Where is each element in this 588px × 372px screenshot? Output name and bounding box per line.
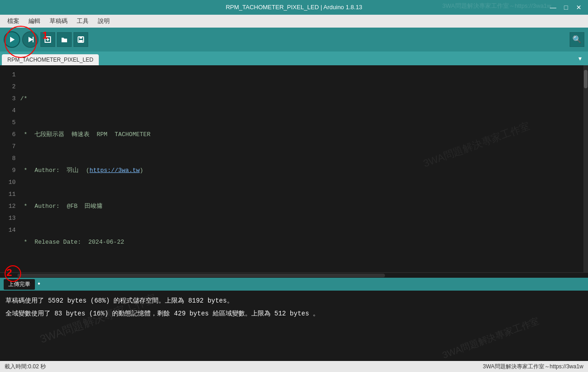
console-area: 草稿碼使用了 5592 bytes (68%) 的程式儲存空間。上限為 8192… xyxy=(0,291,588,327)
upload-complete-button[interactable]: 上傳完畢 xyxy=(4,279,35,290)
bottom-bar-right: 3WA問題解決專家工作室～https://3wa1w xyxy=(483,363,583,371)
menu-bar: 檔案 編輯 草稿碼 工具 說明 xyxy=(0,15,588,28)
author-link[interactable]: https://3wa.tw xyxy=(90,167,140,174)
code-line-2: * 七段顯示器 轉速表 RPM TACHOMETER xyxy=(20,129,581,141)
menu-sketch[interactable]: 草稿碼 xyxy=(46,16,71,26)
upload-button[interactable] xyxy=(22,31,39,48)
tab-dropdown[interactable]: ▾ xyxy=(574,52,586,65)
line-num: 10 xyxy=(2,177,16,189)
svg-marker-0 xyxy=(10,37,15,42)
code-line-1: /* xyxy=(20,93,581,105)
console-line-1: 草稿碼使用了 5592 bytes (68%) 的程式儲存空間。上限為 8192… xyxy=(6,294,582,307)
tab-bar: RPM_TACHOMETER_PIXEL_LED ▾ xyxy=(0,52,588,65)
line-num: 14 xyxy=(2,224,16,236)
title-text: RPM_TACHOMETER_PIXEL_LED | Arduino 1.8.1… xyxy=(226,4,362,11)
line-num: 4 xyxy=(2,105,16,117)
title-bar: RPM_TACHOMETER_PIXEL_LED | Arduino 1.8.1… xyxy=(0,0,588,15)
line-num: 5 xyxy=(2,117,16,129)
bottom-bar-left: 載入時間:0.02 秒 xyxy=(5,363,46,371)
status-bar: 上傳完畢 • xyxy=(0,278,588,291)
editor-scrollbar[interactable] xyxy=(583,65,588,272)
new-button[interactable] xyxy=(40,32,55,47)
console-line-2: 全域變數使用了 83 bytes (16%) 的動態記憶體，剩餘 429 byt… xyxy=(6,307,582,320)
line-num: 1 xyxy=(2,69,16,81)
toolbar-right: 🔍 xyxy=(570,32,584,47)
title-bar-watermark: 3WA問題解決專家工作室～https://3wa1w xyxy=(442,2,551,10)
search-button[interactable]: 🔍 xyxy=(570,32,584,47)
editor-area: 1 2 3 4 5 6 7 8 9 10 11 12 13 14 /* * 七段… xyxy=(0,65,588,272)
code-line-4: * Author: @FB 田峻墉 xyxy=(20,200,581,212)
code-line-3: * Author: 羽山 (https://3wa.tw) xyxy=(20,165,581,177)
active-tab[interactable]: RPM_TACHOMETER_PIXEL_LED xyxy=(2,54,99,65)
line-num: 13 xyxy=(2,212,16,224)
bottom-bar: 載入時間:0.02 秒 3WA問題解決專家工作室～https://3wa1w xyxy=(0,361,588,372)
menu-tools[interactable]: 工具 xyxy=(73,16,92,26)
maximize-button[interactable]: □ xyxy=(561,3,571,12)
close-button[interactable]: ✕ xyxy=(574,3,583,12)
line-num: 2 xyxy=(2,81,16,93)
save-button[interactable] xyxy=(74,32,88,47)
line-num: 6 xyxy=(2,129,16,141)
horizontal-scrollbar[interactable] xyxy=(0,272,588,278)
run-button[interactable] xyxy=(4,31,20,48)
h-scrollbar-thumb[interactable] xyxy=(17,274,385,277)
line-num: 3 xyxy=(2,93,16,105)
line-num: 9 xyxy=(2,165,16,177)
toolbar: 🔍 xyxy=(0,28,588,52)
status-dot: • xyxy=(37,280,41,288)
line-numbers: 1 2 3 4 5 6 7 8 9 10 11 12 13 14 xyxy=(0,65,17,272)
window-controls: — □ ✕ xyxy=(548,3,583,12)
scrollbar-thumb[interactable] xyxy=(584,70,588,88)
code-line-5: * Release Date: 2024-06-22 xyxy=(20,236,581,248)
line-num: 8 xyxy=(2,153,16,165)
menu-file[interactable]: 檔案 xyxy=(4,16,23,26)
menu-help[interactable]: 說明 xyxy=(94,16,113,26)
line-num: 12 xyxy=(2,200,16,212)
menu-edit[interactable]: 編輯 xyxy=(25,16,44,26)
open-button[interactable] xyxy=(57,32,72,47)
line-num: 7 xyxy=(2,141,16,153)
svg-rect-7 xyxy=(79,40,83,42)
minimize-button[interactable]: — xyxy=(548,3,558,12)
line-num: 11 xyxy=(2,189,16,200)
code-content[interactable]: /* * 七段顯示器 轉速表 RPM TACHOMETER * Author: … xyxy=(17,65,583,272)
svg-marker-1 xyxy=(28,37,33,42)
